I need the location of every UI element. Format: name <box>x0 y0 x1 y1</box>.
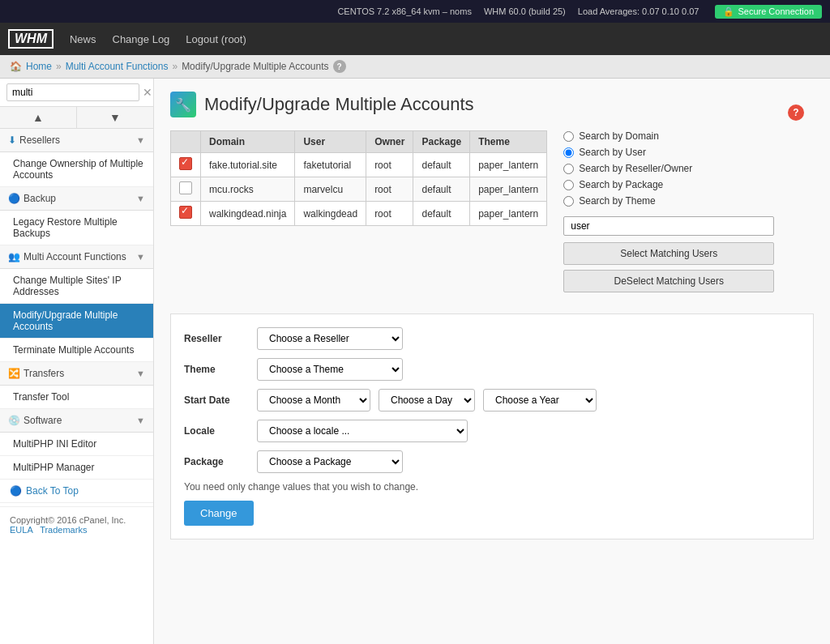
sidebar-footer: Copyright© 2016 cPanel, Inc. EULA Tradem… <box>0 506 153 543</box>
content-area: 🔧 Modify/Upgrade Multiple Accounts ? Dom… <box>154 79 830 644</box>
col-theme: Theme <box>470 131 547 153</box>
row-checkbox-1[interactable] <box>179 181 192 194</box>
table-cell-domain: walkingdead.ninja <box>201 202 295 226</box>
form-row-reseller: Reseller Choose a Reseller <box>184 327 800 350</box>
nav-logout[interactable]: Logout (root) <box>186 33 246 45</box>
radio-item-2[interactable]: Search by Reseller/Owner <box>563 163 774 174</box>
transfers-arrow: ▼ <box>136 369 145 378</box>
sidebar-up-arrow[interactable]: ▲ <box>0 107 77 128</box>
multi-account-arrow: ▼ <box>136 252 145 262</box>
sidebar-item-legacy-restore[interactable]: Legacy Restore Multiple Backups <box>0 211 153 245</box>
package-select[interactable]: Choose a Package <box>257 450 403 473</box>
sidebar-search-bar[interactable]: ✕ <box>0 79 153 107</box>
table-row: fake.tutorial.sitefaketutorialrootdefaul… <box>171 153 547 177</box>
backup-arrow: ▼ <box>136 194 145 203</box>
page-title-bar: 🔧 Modify/Upgrade Multiple Accounts <box>170 92 814 117</box>
breadcrumb-current: Modify/Upgrade Multiple Accounts <box>182 61 328 72</box>
change-button[interactable]: Change <box>184 501 254 526</box>
row-checkbox-0[interactable] <box>179 157 192 170</box>
table-cell-domain: mcu.rocks <box>201 177 295 202</box>
sidebar-multi-account-header[interactable]: 👥Multi Account Functions ▼ <box>0 245 153 269</box>
select-matching-btn[interactable]: Select Matching Users <box>563 242 774 265</box>
table-cell-check <box>171 177 201 202</box>
table-cell-package: default <box>413 202 470 226</box>
year-select[interactable]: Choose a Year <box>483 389 597 412</box>
table-cell-owner: root <box>366 177 413 202</box>
resellers-icon: ⬇ <box>8 134 16 146</box>
table-cell-package: default <box>413 153 470 177</box>
locale-select[interactable]: Choose a locale ... <box>257 420 468 442</box>
sidebar-resellers-header[interactable]: ⬇Resellers ▼ <box>0 129 153 152</box>
page-title-icon: 🔧 <box>170 92 196 117</box>
radio-item-3[interactable]: Search by Package <box>563 179 774 190</box>
radio-item-0[interactable]: Search by Domain <box>563 130 774 142</box>
sidebar-software-header[interactable]: 💿Software ▼ <box>0 409 153 433</box>
col-check <box>171 131 201 153</box>
back-to-top-icon: 🔵 <box>10 485 22 497</box>
sidebar-back-to-top[interactable]: 🔵 Back To Top <box>0 480 153 503</box>
sidebar-search-input[interactable] <box>6 83 139 101</box>
col-user: User <box>295 131 366 153</box>
radio-input-0[interactable] <box>563 131 574 142</box>
reseller-label: Reseller <box>184 333 249 344</box>
radio-item-1[interactable]: Search by User <box>563 147 774 158</box>
nav-news[interactable]: News <box>70 33 96 45</box>
deselect-matching-btn[interactable]: DeSelect Matching Users <box>563 270 774 292</box>
sidebar: ✕ ▲ ▼ ⬇Resellers ▼ Change Ownership of M… <box>0 79 154 644</box>
backup-icon: 🔵 <box>8 193 20 204</box>
table-cell-check <box>171 202 201 226</box>
form-row-theme: Theme Choose a Theme <box>184 358 800 381</box>
month-select[interactable]: Choose a Month <box>257 389 370 412</box>
sidebar-item-transfer-tool[interactable]: Transfer Tool <box>0 386 153 409</box>
radio-input-1[interactable] <box>563 147 574 158</box>
form-row-start-date: Start Date Choose a Month Choose a Day C… <box>184 389 800 412</box>
radio-input-2[interactable] <box>563 164 574 174</box>
sidebar-search-clear[interactable]: ✕ <box>143 86 152 99</box>
sidebar-transfers-header[interactable]: 🔀Transfers ▼ <box>0 362 153 386</box>
table-cell-owner: root <box>366 153 413 177</box>
day-select[interactable]: Choose a Day <box>379 389 475 412</box>
sidebar-down-arrow[interactable]: ▼ <box>77 107 153 128</box>
search-user-input[interactable] <box>563 216 774 236</box>
software-arrow: ▼ <box>136 416 145 425</box>
table-row: mcu.rocksmarvelcurootdefaultpaper_lanter… <box>171 177 547 202</box>
breadcrumb-home[interactable]: Home <box>26 61 52 72</box>
table-cell-check <box>171 153 201 177</box>
form-row-locale: Locale Choose a locale ... <box>184 420 800 442</box>
theme-select[interactable]: Choose a Theme <box>257 358 403 381</box>
sidebar-backup-header[interactable]: 🔵Backup ▼ <box>0 187 153 211</box>
breadcrumb-help-icon[interactable]: ? <box>333 60 346 73</box>
sidebar-eula-link[interactable]: EULA <box>10 525 32 535</box>
whm-logo: WHM <box>8 29 53 49</box>
row-checkbox-2[interactable] <box>179 206 192 219</box>
sidebar-item-terminate[interactable]: Terminate Multiple Accounts <box>0 339 153 362</box>
reseller-select[interactable]: Choose a Reseller <box>257 327 403 350</box>
table-cell-theme: paper_lantern <box>470 202 547 226</box>
table-container: Domain User Owner Package Theme fake.tut… <box>170 130 547 226</box>
transfers-icon: 🔀 <box>8 368 20 379</box>
radio-input-4[interactable] <box>563 196 574 207</box>
sidebar-item-multiphp-ini[interactable]: MultiPHP INI Editor <box>0 433 153 456</box>
sidebar-item-multiphp-manager[interactable]: MultiPHP Manager <box>0 456 153 480</box>
theme-label: Theme <box>184 364 249 375</box>
top-bar: CENTOS 7.2 x86_64 kvm – noms WHM 60.0 (b… <box>0 0 830 23</box>
server-name: CENTOS 7.2 x86_64 kvm – noms <box>337 6 471 16</box>
table-cell-user: faketutorial <box>295 153 366 177</box>
table-cell-owner: root <box>366 202 413 226</box>
resellers-arrow: ▼ <box>136 135 145 145</box>
radio-input-3[interactable] <box>563 180 574 190</box>
whm-version: WHM 60.0 (build 25) <box>484 6 566 16</box>
sidebar-item-change-ip[interactable]: Change Multiple Sites' IP Addresses <box>0 269 153 304</box>
load-averages: Load Averages: 0.07 0.10 0.07 <box>578 6 700 16</box>
radio-item-4[interactable]: Search by Theme <box>563 195 774 207</box>
package-label: Package <box>184 456 249 467</box>
nav-changelog[interactable]: Change Log <box>113 33 170 45</box>
table-row: walkingdead.ninjawalkingdeadrootdefaultp… <box>171 202 547 226</box>
breadcrumb-sep2: » <box>172 61 178 72</box>
form-section: Reseller Choose a Reseller Theme Choose … <box>170 313 814 540</box>
sidebar-item-change-ownership[interactable]: Change Ownership of Multiple Accounts <box>0 152 153 187</box>
sidebar-trademarks-link[interactable]: Trademarks <box>40 525 87 535</box>
help-circle-icon[interactable]: ? <box>788 104 804 121</box>
breadcrumb-section[interactable]: Multi Account Functions <box>66 61 169 72</box>
sidebar-item-modify-upgrade[interactable]: Modify/Upgrade Multiple Accounts <box>0 304 153 339</box>
